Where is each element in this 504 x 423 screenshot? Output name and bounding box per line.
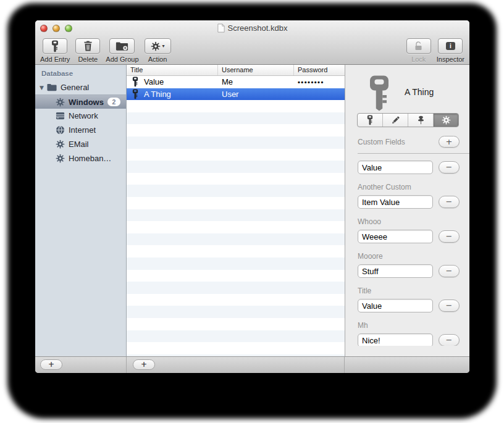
field-value-input[interactable] — [358, 264, 433, 278]
custom-field-group: Mh − — [358, 322, 462, 346]
custom-fields-label: Custom Fields — [358, 138, 405, 146]
remove-field-button[interactable]: − — [439, 196, 460, 208]
sidebar-item-label: Homeban… — [69, 154, 111, 163]
divider — [126, 357, 127, 373]
folder-plus-icon — [116, 41, 128, 51]
add-custom-field-button[interactable]: + — [439, 136, 460, 148]
field-value-input[interactable] — [358, 161, 433, 174]
trash-icon — [83, 40, 93, 52]
field-value-input[interactable] — [358, 333, 433, 346]
key-icon — [132, 89, 138, 99]
delete-button[interactable]: Delete — [75, 38, 100, 63]
gear-icon — [151, 41, 161, 51]
entry-list: Title Username Password Value Me •••••••… — [127, 65, 345, 356]
bottom-bar: + + — [35, 356, 469, 373]
field-label: Mooore — [358, 253, 462, 261]
sidebar: Database ▼ General Windows 2 Network — [35, 65, 127, 356]
add-entry-plus-button[interactable]: + — [133, 359, 155, 370]
tab-notes[interactable] — [383, 114, 408, 127]
entry-count-badge: 2 — [107, 98, 120, 106]
tab-attachments[interactable] — [408, 114, 434, 127]
add-entry-label: Add Entry — [40, 56, 70, 63]
key-icon — [132, 77, 138, 87]
field-value-input[interactable] — [358, 195, 433, 209]
entry-title: Value — [144, 77, 164, 86]
entry-password: •••••••• — [293, 78, 345, 86]
inspector-label: Inspector — [437, 56, 464, 63]
sidebar-item-windows[interactable]: Windows 2 — [35, 94, 126, 109]
sidebar-section-header: Database — [35, 65, 126, 80]
add-group-plus-button[interactable]: + — [40, 359, 62, 370]
globe-icon — [56, 125, 65, 135]
entry-title: A Thing — [144, 90, 171, 99]
column-header-password[interactable]: Password — [293, 65, 345, 75]
sidebar-item-homebanking[interactable]: Homeban… — [35, 151, 126, 165]
pencil-icon — [391, 115, 400, 125]
lock-label: Lock — [411, 56, 426, 63]
custom-field-group: − — [358, 161, 462, 174]
sidebar-item-label: General — [61, 83, 89, 92]
delete-label: Delete — [78, 56, 98, 63]
field-label: Title — [358, 287, 462, 295]
column-header-username[interactable]: Username — [217, 65, 293, 75]
window-title-row: Screenshot.kdbx — [35, 20, 469, 36]
tab-custom-fields[interactable] — [434, 114, 458, 127]
toolbar: Add Entry Delete Add Group ▾ — [40, 38, 464, 63]
info-icon: i — [446, 42, 455, 50]
table-row[interactable]: Value Me •••••••• — [127, 76, 345, 88]
entry-list-body: Value Me •••••••• A Thing User — [127, 76, 345, 356]
sidebar-item-label: Internet — [69, 125, 96, 135]
gear-icon — [56, 140, 65, 149]
field-value-input[interactable] — [358, 299, 433, 312]
chevron-down-icon: ▾ — [162, 43, 165, 49]
sidebar-item-label: Windows — [69, 98, 104, 107]
key-icon — [367, 115, 373, 125]
content-area: Database ▼ General Windows 2 Network — [35, 65, 469, 356]
document-icon — [217, 23, 225, 33]
pushpin-icon — [417, 115, 425, 125]
key-icon — [368, 75, 391, 114]
remove-field-button[interactable]: − — [439, 230, 460, 243]
inspector-entry-title: A Thing — [405, 87, 434, 97]
gear-icon — [442, 115, 451, 125]
sidebar-item-label: Network — [69, 111, 98, 120]
unlock-icon — [413, 41, 424, 51]
disclosure-triangle-icon[interactable]: ▼ — [40, 85, 47, 91]
inspector-button[interactable]: i Inspector — [437, 38, 464, 63]
custom-field-group: Mooore − — [358, 253, 462, 278]
add-entry-button[interactable]: Add Entry — [40, 38, 70, 63]
custom-field-group: Title − — [358, 287, 462, 312]
sidebar-item-network[interactable]: Network — [35, 109, 126, 123]
remove-field-button[interactable]: − — [439, 265, 460, 277]
action-button[interactable]: ▾ Action — [145, 38, 171, 63]
entry-list-header: Title Username Password — [127, 65, 345, 76]
remove-field-button[interactable]: − — [439, 299, 460, 312]
custom-fields-header: Custom Fields + — [358, 136, 460, 148]
sidebar-item-label: EMail — [69, 140, 89, 149]
custom-fields-list: − Another Custom − Whooo − — [358, 154, 462, 346]
key-icon — [51, 40, 59, 52]
sidebar-item-email[interactable]: EMail — [35, 137, 126, 151]
lock-button[interactable]: Lock — [406, 38, 431, 63]
remove-field-button[interactable]: − — [439, 334, 460, 346]
server-icon — [56, 111, 65, 120]
field-value-input[interactable] — [358, 230, 433, 243]
action-label: Action — [148, 56, 167, 63]
field-label: Another Custom — [358, 183, 462, 191]
tab-general[interactable] — [358, 114, 383, 127]
divider — [344, 357, 345, 373]
inspector-panel: A Thing — [345, 65, 469, 356]
window-title: Screenshot.kdbx — [228, 23, 288, 33]
toolbar-right-group: Lock i Inspector — [406, 38, 464, 63]
remove-field-button[interactable]: − — [439, 161, 460, 174]
add-group-button[interactable]: Add Group — [106, 38, 138, 63]
sidebar-item-internet[interactable]: Internet — [35, 123, 126, 137]
entry-username: User — [217, 90, 293, 99]
table-row-selected[interactable]: A Thing User — [127, 88, 345, 101]
titlebar: Screenshot.kdbx Add Entry Delete Add Gro… — [35, 20, 469, 65]
gear-icon — [56, 98, 65, 107]
inspector-tab-bar — [357, 113, 459, 127]
column-header-title[interactable]: Title — [127, 65, 217, 75]
sidebar-item-general[interactable]: ▼ General — [35, 80, 126, 94]
custom-field-group: Another Custom − — [358, 183, 462, 209]
